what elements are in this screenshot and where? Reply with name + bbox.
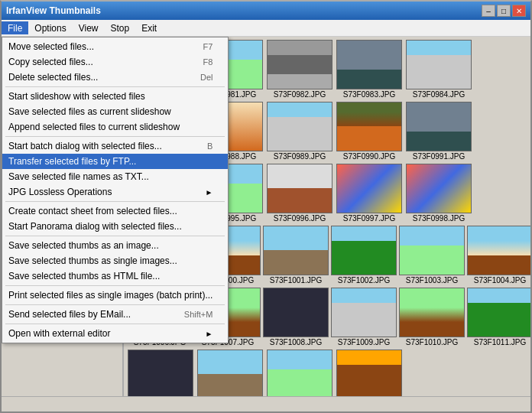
thumbnail-image — [336, 350, 402, 396]
thumb-filename: S73F0998.JPG — [413, 214, 465, 223]
menu-file[interactable]: File — [2, 21, 28, 34]
menu-exit[interactable]: Exit — [135, 21, 163, 34]
thumbnail-image — [336, 164, 402, 213]
menu-append-slideshow[interactable]: Append selected files to current slidesh… — [2, 119, 228, 135]
list-item[interactable]: S73F1016.JPG — [336, 350, 403, 396]
thumbnail-image — [267, 164, 332, 213]
main-content: Move selected files... F7 Copy selected … — [2, 37, 530, 396]
menu-move-files[interactable]: Move selected files... F7 — [2, 39, 228, 54]
thumbnail-image — [467, 226, 530, 275]
separator-6 — [5, 304, 225, 305]
maximize-button[interactable]: □ — [497, 5, 511, 17]
menu-save-as-image[interactable]: Save selected thumbs as an image... — [2, 238, 228, 253]
menu-transfer-ftp[interactable]: Transfer selected files by FTP... — [2, 154, 228, 169]
menu-save-slideshow[interactable]: Save selected files as current slideshow — [2, 104, 228, 119]
thumb-filename: S73F1009.JPG — [338, 338, 390, 346]
thumbnail-image — [331, 288, 397, 337]
submenu-arrow-2: ► — [206, 330, 213, 338]
thumbnail-image — [197, 350, 263, 396]
list-item[interactable]: S73F0990.JPG — [336, 102, 403, 161]
thumb-filename: S73F0990.JPG — [343, 152, 395, 161]
thumb-filename: S73F0983.JPG — [343, 90, 395, 99]
list-item[interactable]: S73F0982.JPG — [266, 40, 333, 99]
window-controls: – □ ✕ — [482, 5, 526, 17]
main-window: IrfanView Thumbnails – □ ✕ File Options … — [0, 0, 532, 413]
thumbnail-image — [263, 226, 329, 275]
list-item[interactable]: S73F1014.JPG — [196, 350, 264, 396]
thumbnail-image — [467, 288, 530, 337]
list-item[interactable]: S73F1013.JPG — [127, 350, 194, 396]
thumb-filename: S73F0982.JPG — [274, 90, 326, 99]
thumb-filename: S73F1010.JPG — [406, 338, 458, 346]
file-dropdown-menu: Move selected files... F7 Copy selected … — [2, 37, 229, 343]
list-item[interactable]: S73F1003.JPG — [399, 226, 465, 285]
thumb-filename: S73F1003.JPG — [406, 276, 458, 285]
list-item[interactable]: S73F0989.JPG — [266, 102, 333, 161]
separator-2 — [5, 136, 225, 137]
thumbnail-image — [406, 40, 472, 89]
separator-5 — [5, 285, 225, 286]
separator-7 — [5, 324, 225, 324]
menu-batch-dialog[interactable]: Start batch dialog with selected files..… — [2, 138, 228, 154]
thumb-filename: S73F1004.JPG — [474, 276, 526, 285]
list-item[interactable]: S73F0984.JPG — [405, 40, 472, 99]
thumb-filename: S73F0989.JPG — [274, 152, 326, 161]
menu-view[interactable]: View — [73, 21, 105, 34]
menu-open-external[interactable]: Open with external editor ► — [2, 326, 228, 341]
list-item[interactable]: S73F1011.JPG — [467, 288, 530, 346]
menu-contact-sheet[interactable]: Create contact sheet from selected files… — [2, 203, 228, 219]
title-bar: IrfanView Thumbnails – □ ✕ — [2, 2, 530, 20]
thumb-filename: S73F0996.JPG — [274, 214, 326, 223]
list-item[interactable]: S73F0983.JPG — [336, 40, 403, 99]
close-button[interactable]: ✕ — [512, 5, 526, 17]
thumbnail-image — [406, 102, 472, 151]
dropdown-container: Move selected files... F7 Copy selected … — [2, 37, 229, 343]
list-item[interactable]: S73F1009.JPG — [331, 288, 397, 346]
separator-3 — [5, 201, 225, 202]
menu-start-slideshow[interactable]: Start slideshow with selected files — [2, 89, 228, 104]
list-item[interactable]: S73F0991.JPG — [405, 102, 472, 161]
thumbnail-image — [399, 226, 465, 275]
thumbnail-image — [336, 102, 402, 151]
list-item[interactable]: S73F1008.JPG — [263, 288, 329, 346]
menu-delete-files[interactable]: Delete selected files... Del — [2, 70, 228, 85]
menu-panorama[interactable]: Start Panorama dialog with selected file… — [2, 219, 228, 234]
submenu-arrow: ► — [206, 188, 213, 197]
menu-save-html[interactable]: Save selected thumbs as HTML file... — [2, 268, 228, 284]
thumbnail-image — [399, 288, 465, 337]
list-item[interactable]: S73F1002.JPG — [331, 226, 397, 285]
separator-4 — [5, 236, 225, 236]
menu-options[interactable]: Options — [28, 21, 72, 34]
menu-save-single[interactable]: Save selected thumbs as single images... — [2, 253, 228, 268]
thumbnail-image — [263, 288, 329, 337]
menu-send-email[interactable]: Send selected files by EMail... Shift+M — [2, 307, 228, 322]
thumb-filename: S73F1002.JPG — [338, 276, 390, 285]
list-item[interactable]: S73F1004.JPG — [467, 226, 530, 285]
thumb-row-6: S73F1013.JPG S73F1014.JPG S73F1015.JPG S… — [127, 350, 527, 396]
menu-copy-files[interactable]: Copy selected files... F8 — [2, 54, 228, 70]
thumbnail-image — [406, 164, 472, 213]
thumbnail-image — [331, 226, 397, 275]
menu-stop[interactable]: Stop — [105, 21, 136, 34]
list-item[interactable]: S73F0998.JPG — [405, 164, 472, 223]
menu-print-batch[interactable]: Print selected files as single images (b… — [2, 288, 228, 303]
list-item[interactable]: S73F0996.JPG — [266, 164, 333, 223]
thumbnail-image — [336, 40, 402, 89]
menu-jpg-lossless[interactable]: JPG Lossless Operations ► — [2, 184, 228, 200]
thumbnail-image — [267, 102, 332, 151]
thumb-filename: S73F0991.JPG — [413, 152, 465, 161]
list-item[interactable]: S73F1015.JPG — [266, 350, 333, 396]
thumb-filename: S73F0997.JPG — [343, 214, 395, 223]
thumb-filename: S73F0984.JPG — [413, 90, 465, 99]
menu-save-names[interactable]: Save selected file names as TXT... — [2, 169, 228, 184]
status-bar — [2, 396, 530, 411]
minimize-button[interactable]: – — [482, 5, 495, 17]
list-item[interactable]: S73F1001.JPG — [263, 226, 329, 285]
list-item[interactable]: S73F1010.JPG — [399, 288, 465, 346]
list-item[interactable]: S73F0997.JPG — [336, 164, 403, 223]
thumbnail-image — [267, 350, 332, 396]
thumb-filename: S73F1001.JPG — [270, 276, 322, 285]
window-title: IrfanView Thumbnails — [6, 5, 101, 16]
thumb-filename: S73F1011.JPG — [474, 338, 526, 346]
thumbnail-image — [267, 40, 332, 89]
